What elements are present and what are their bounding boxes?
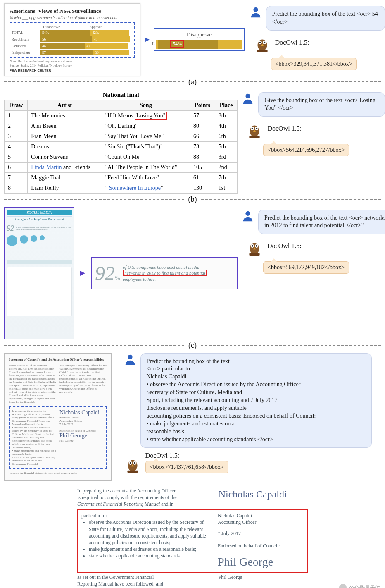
infographic-thumb: SOCIAL MEDIA The Effect On Employee Recr… <box>4 207 74 339</box>
owl-icon <box>246 122 263 139</box>
table-cell: "Say That You Love Me" <box>102 131 190 141</box>
owl-output: <bbox>569,172,949,182</bbox> <box>263 261 349 274</box>
table-cell: 5 <box>5 152 28 162</box>
svg-point-13 <box>256 128 258 129</box>
infog-92-text: of U.S. companies have used social media… <box>16 226 72 231</box>
chart-title: Americans' Views of NSA Surveillance <box>10 8 135 14</box>
infog-heading: SOCIAL MEDIA <box>7 210 72 215</box>
chart-nsa-card: Americans' Views of NSA Surveillance % w… <box>4 3 140 76</box>
zoom-bullet: make judgements and estimates on a reaso… <box>89 546 210 552</box>
svg-point-0 <box>253 7 258 12</box>
svg-point-29 <box>134 462 135 464</box>
owl-output: <bbox>564,214,696,272</bbox> <box>263 144 349 156</box>
table-cell: "If It Means Losing You" <box>102 110 190 121</box>
national-final-table: Draw Artist Song Points Place 1The Memor… <box>4 100 238 194</box>
user-icon <box>242 210 254 222</box>
chart-col-disapprove: Disapprove <box>40 25 87 29</box>
user-prompt: Predict the bounding box of the text <oc… <box>258 210 385 234</box>
table-cell: " Somewhere In Europe" <box>102 183 190 193</box>
table-cell: 105 <box>190 162 215 172</box>
table-cell: 6 <box>5 162 28 172</box>
owl-block: DocOwl 1.5: <box>246 239 302 256</box>
svg-point-24 <box>128 354 132 359</box>
th-points: Points <box>190 100 215 110</box>
doc-thumb: Statement of Council's and the Accountin… <box>4 353 112 481</box>
user-prompt: Predict the bounding box of the text <oc… <box>266 6 385 31</box>
table-cell: 8 <box>5 183 28 193</box>
table-cell: "Count On Me" <box>102 152 190 162</box>
svg-point-4 <box>259 41 261 43</box>
user-icon <box>250 6 262 18</box>
watermark: 公众号·量子位 <box>339 584 380 588</box>
table-cell: Ann Breen <box>28 121 102 131</box>
table-row: 8Liam Reilly" Somewhere In Europe"1301st <box>5 183 238 193</box>
chart-note: Note: Don't know/refused responses not s… <box>10 60 135 64</box>
owl-icon <box>254 36 271 53</box>
table-row: 7Maggie Toal"Feed Him With Love"617th <box>5 172 238 183</box>
user-icon <box>124 353 136 366</box>
arrow-icon <box>80 271 85 276</box>
table-cell: Maggie Toal <box>28 172 102 183</box>
owl-label: DocOwl 1.5: <box>267 125 302 139</box>
table-row: 5Connor Stevens"Count On Me"883rd <box>5 152 238 162</box>
table-cell: 80 <box>190 121 215 131</box>
th-place: Place <box>215 100 238 110</box>
owl-icon <box>124 456 141 473</box>
table-cell: 4 <box>5 141 28 152</box>
table-cell: 1 <box>5 110 28 121</box>
svg-point-21 <box>256 245 257 247</box>
table-cell: 6th <box>215 131 238 141</box>
table-cell: 73 <box>190 141 215 152</box>
chart-col-approve: Approve <box>87 25 133 29</box>
divider-a: (a) <box>0 78 385 86</box>
table-cell: "Oh, Darling" <box>102 121 190 131</box>
owl-label: DocOwl 1.5: <box>267 242 302 256</box>
zoom-doc: In preparing the accounts, the Accountin… <box>71 483 314 588</box>
doc-heading: Statement of Council's and the Accountin… <box>9 358 107 361</box>
table-cell: 57 <box>190 110 215 121</box>
table-row: 3Fran Meen"Say That You Love Me"666th <box>5 131 238 141</box>
table-cell: 2 <box>5 121 28 131</box>
table-row: 1The Memories"If It Means Losing You"578… <box>5 110 238 121</box>
table-cell: Liam Reilly <box>28 183 102 193</box>
user-icon <box>242 92 254 105</box>
sig2-script: Phil George <box>59 433 87 439</box>
user-prompt-block: Predict the bounding box of the text <oc… <box>124 353 385 448</box>
panel-c: SOCIAL MEDIA The Effect On Employee Recr… <box>0 204 385 341</box>
svg-point-20 <box>252 245 253 247</box>
table-cell: 3 <box>5 131 28 141</box>
table-cell: "Feed Him With Love" <box>102 172 190 183</box>
sig-capaldi-script: Nicholas Capaldi <box>219 488 315 501</box>
svg-rect-31 <box>127 471 138 473</box>
chart-row-label: Democrat <box>12 44 40 48</box>
table-cell: 7th <box>215 172 238 183</box>
table-cell: Fran Meen <box>28 131 102 141</box>
panel-a: Americans' Views of NSA Surveillance % w… <box>0 0 385 78</box>
table-cell: 61 <box>190 172 215 183</box>
user-prompt-block: Give the bounding box of the text <ocr> … <box>242 92 385 117</box>
th-draw: Draw <box>5 100 28 110</box>
table-cell: Dreams <box>28 141 102 152</box>
table-cell: 8th <box>215 110 238 121</box>
owl-label: DocOwl 1.5: <box>275 39 309 53</box>
panel-d: Statement of Council's and the Accountin… <box>0 350 385 588</box>
table-cell: 4th <box>215 121 238 131</box>
table-cell: Linda Martin and Friends <box>28 162 102 172</box>
table-cell: 2nd <box>215 162 238 172</box>
zoom-value-red: 54% <box>170 40 184 48</box>
divider-c: (c) <box>0 341 385 350</box>
table-cell: 7 <box>5 172 28 183</box>
chart-row-label: Independent <box>12 50 40 55</box>
chart-body-dashed: Disapprove Approve TOTAL 54%42% Republic… <box>10 22 135 58</box>
sig1-script: Nicholas Capaldi <box>59 409 100 416</box>
zoom-bullet: state whether applicable accounting stan… <box>89 552 210 559</box>
sig-george-script: Phil George <box>218 554 311 570</box>
svg-rect-15 <box>250 136 260 138</box>
table-cell: 88 <box>190 152 215 162</box>
zoom-edge-label: L <box>152 40 156 49</box>
chart-row-label: Republican <box>12 37 40 41</box>
table-cell: 130 <box>190 183 215 193</box>
svg-point-5 <box>264 41 265 43</box>
owl-output: <bbox>71,437,761,658</bbox> <box>145 461 228 473</box>
svg-point-28 <box>129 462 131 464</box>
